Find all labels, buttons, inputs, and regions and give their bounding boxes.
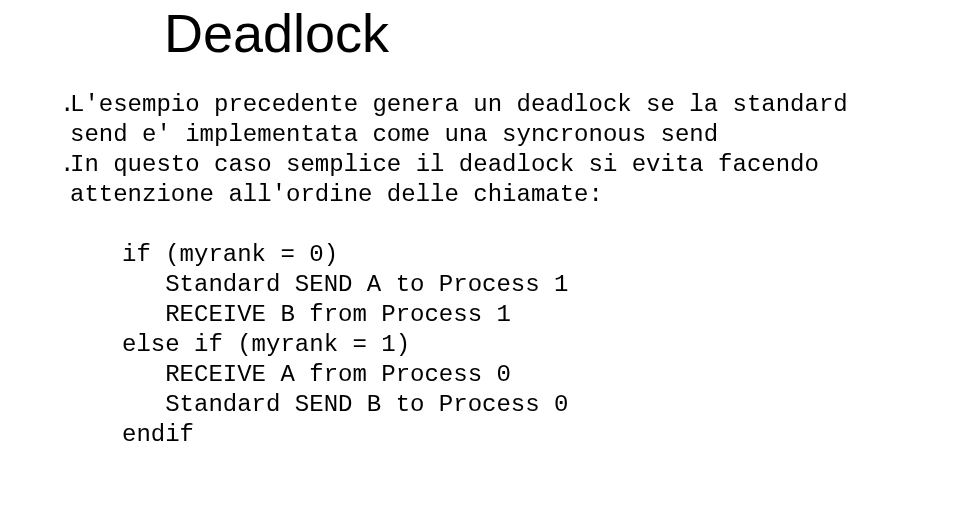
slide: Deadlock . L'esempio precedente genera u…	[0, 0, 959, 522]
bullet-marker: .	[60, 90, 70, 120]
code-block: if (myrank = 0) Standard SEND A to Proce…	[122, 240, 889, 450]
bullet-marker: .	[60, 150, 70, 180]
page-title: Deadlock	[60, 0, 889, 64]
bullet-text: In questo caso semplice il deadlock si e…	[70, 150, 889, 210]
bullet-item: . In questo caso semplice il deadlock si…	[60, 150, 889, 210]
bullet-text: L'esempio precedente genera un deadlock …	[70, 90, 889, 150]
slide-body: . L'esempio precedente genera un deadloc…	[60, 90, 889, 450]
bullet-item: . L'esempio precedente genera un deadloc…	[60, 90, 889, 150]
